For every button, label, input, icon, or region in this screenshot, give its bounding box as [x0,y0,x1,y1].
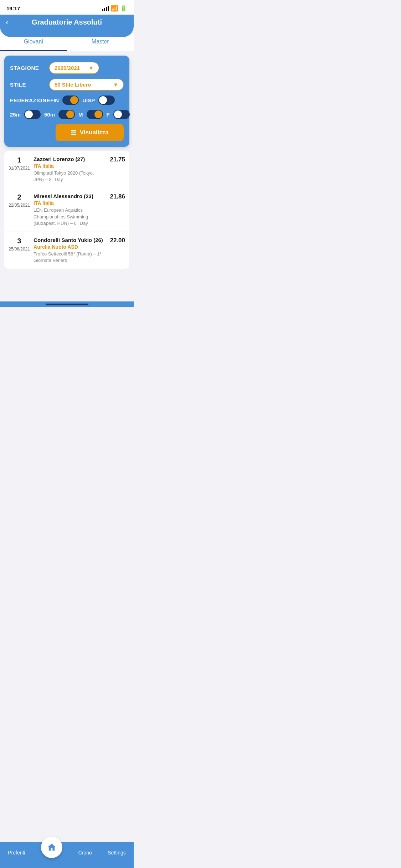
page-title: Graduatorie Assoluti [32,18,102,26]
time: 19:17 [6,5,20,11]
table-row[interactable]: 2 22/05/2021 Miressi Alessandro (23) ITA… [4,188,129,232]
gender-m-label: M [78,112,83,118]
event-detail: Olimpiadi Tokyo 2020 (Tokyo, JPN) – 8° D… [34,170,104,183]
home-indicator-bar [46,304,88,305]
federazione-row: FEDERAZIONE FIN UISP [10,95,124,105]
status-bar: 19:17 📶 🔋 [0,0,134,15]
stile-dropdown[interactable]: 50 Stile Libero ▼ [49,79,124,91]
wifi-icon: 📶 [111,5,118,12]
fin-toggle[interactable] [62,95,79,105]
results-list: 1 31/07/2021 Zazzeri Lorenzo (27) ITA It… [4,151,129,269]
pool50-label: 50m [44,112,55,118]
uisp-toggle[interactable] [98,95,115,105]
event-detail: Trofeo Settecolli 58° (Roma) – 1° Giorna… [34,251,104,264]
team-name: ITA Italia [34,163,104,169]
stile-label: STILE [10,82,49,88]
pool25-toggle[interactable] [24,110,41,119]
list-icon: ☰ [71,129,76,136]
battery-icon: 🔋 [120,5,127,12]
stagione-label: STAGIONE [10,65,49,71]
table-row[interactable]: 1 31/07/2021 Zazzeri Lorenzo (27) ITA It… [4,151,129,188]
gender-m-toggle[interactable] [87,110,103,119]
home-indicator [0,301,134,307]
stile-row: STILE 50 Stile Libero ▼ [10,79,124,91]
gender-f-toggle[interactable] [113,110,130,119]
athlete-name: Zazzeri Lorenzo (27) [34,156,104,162]
filter-card: STAGIONE 2020/2021 ▼ STILE 50 Stile Libe… [4,56,129,147]
team-name: ITA Italia [34,200,104,206]
result-time: 21.86 [107,193,125,200]
stagione-row: STAGIONE 2020/2021 ▼ [10,62,124,74]
pool50-toggle[interactable] [58,110,75,119]
pool25-label: 25m [10,112,21,118]
table-row[interactable]: 3 25/06/2021 Condorelli Santo Yukio (26)… [4,232,129,269]
visualizza-button[interactable]: ☰ Visualizza [56,124,124,141]
federazione-label: FEDERAZIONE [10,97,50,103]
event-detail: LEN European Aquatics Championships Swim… [34,207,104,227]
signal-icon [102,6,109,11]
header: ‹ Graduatorie Assoluti [0,15,134,37]
stagione-dropdown[interactable]: 2020/2021 ▼ [49,62,99,74]
result-time: 21.75 [107,156,125,163]
status-icons: 📶 🔋 [102,5,127,12]
athlete-name: Miressi Alessandro (23) [34,193,104,199]
team-name: Aurelia Nuoto ASD [34,244,104,250]
result-time: 22.00 [107,237,125,244]
athlete-name: Condorelli Santo Yukio (26) [34,237,104,243]
gender-f-label: F [107,112,110,118]
uisp-label: UISP [82,97,95,103]
stagione-arrow-icon: ▼ [88,65,94,71]
pool-gender-row: 25m 50m M F [10,110,124,119]
back-button[interactable]: ‹ [6,18,8,27]
stile-arrow-icon: ▼ [113,82,118,88]
fin-label: FIN [50,97,59,103]
